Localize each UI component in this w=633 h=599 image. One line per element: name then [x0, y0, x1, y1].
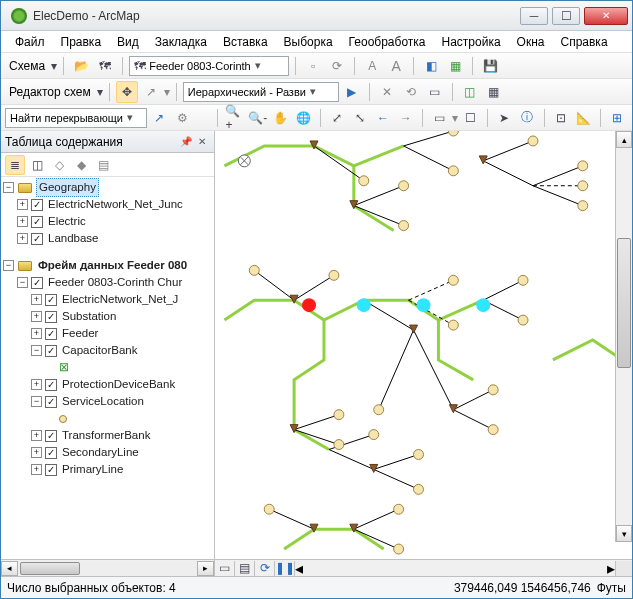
find-tool[interactable]: ↗ — [149, 107, 170, 129]
prev-extent[interactable]: ← — [373, 107, 394, 129]
tree-label[interactable]: Substation — [60, 308, 118, 325]
checkbox[interactable]: ✓ — [45, 294, 57, 306]
find-overlapping-selector[interactable]: Найти перекрывающи ▾ — [5, 108, 147, 128]
map-scrollbar-h[interactable]: ▭ ▤ ⟳ ❚❚ ◂ ▸ — [215, 559, 632, 576]
text-small-button[interactable]: A — [361, 55, 383, 77]
maximize-button[interactable]: ☐ — [552, 7, 580, 25]
scroll-left-icon[interactable]: ◂ — [1, 561, 18, 576]
expand-icon[interactable]: + — [31, 447, 42, 458]
goto-xy-button[interactable]: ⊞ — [607, 107, 628, 129]
tree-label[interactable]: Feeder — [60, 325, 100, 342]
pointer-tool[interactable]: ➤ — [494, 107, 515, 129]
menu-windows[interactable]: Окна — [509, 33, 553, 51]
tree-label[interactable]: Feeder 0803-Corinth Chur — [46, 274, 184, 291]
more-button[interactable]: ▦ — [483, 81, 505, 103]
pause-button[interactable]: ❚❚ — [275, 561, 295, 576]
menu-view[interactable]: Вид — [109, 33, 147, 51]
scroll-up-icon[interactable]: ▴ — [616, 131, 632, 148]
menu-insert[interactable]: Вставка — [215, 33, 276, 51]
menu-customize[interactable]: Настройка — [434, 33, 509, 51]
options-button[interactable]: ▤ — [93, 155, 113, 175]
tree-label[interactable]: Geography — [36, 178, 99, 197]
tree-layer-row[interactable]: +✓TransformerBank — [3, 427, 214, 444]
tree-dataframe-row[interactable]: − Geography — [3, 179, 214, 196]
menu-help[interactable]: Справка — [552, 33, 615, 51]
identify-button[interactable]: ⓘ — [517, 107, 538, 129]
checkbox[interactable]: ✓ — [45, 379, 57, 391]
tree-label[interactable]: TransformerBank — [60, 427, 152, 444]
layer-props-button[interactable]: ◧ — [420, 55, 442, 77]
zoom-in-button[interactable]: 🔍+ — [224, 107, 245, 129]
tree-label[interactable]: ServiceLocation — [60, 393, 146, 410]
close-icon[interactable]: ✕ — [194, 134, 210, 150]
collapse-icon[interactable]: − — [3, 260, 14, 271]
chevron-down-icon[interactable]: ▾ — [51, 59, 57, 73]
select-features[interactable]: ▭ — [429, 107, 450, 129]
expand-icon[interactable]: + — [17, 216, 28, 227]
menu-edit[interactable]: Правка — [53, 33, 110, 51]
expand-icon[interactable]: + — [31, 379, 42, 390]
expand-icon[interactable]: + — [17, 199, 28, 210]
fixed-zoom-out[interactable]: ⤡ — [350, 107, 371, 129]
move-tool[interactable]: ✥ — [116, 81, 138, 103]
full-extent-button[interactable]: 🌐 — [293, 107, 314, 129]
checkbox[interactable]: ✓ — [45, 447, 57, 459]
layer-save-button[interactable]: ▦ — [444, 55, 466, 77]
tree-label[interactable]: ProtectionDeviceBank — [60, 376, 177, 393]
zoom-out-button[interactable]: 🔍- — [247, 107, 268, 129]
map-canvas[interactable]: ▴ ▾ — [215, 131, 632, 559]
pan-button[interactable]: ✋ — [270, 107, 291, 129]
close-button[interactable]: ✕ — [584, 7, 628, 25]
edit-vertices-tool[interactable]: ↗ — [140, 81, 162, 103]
layout-algorithm-selector[interactable]: Иерархический - Разви ▾ — [183, 82, 339, 102]
find-button[interactable]: ⊡ — [550, 107, 571, 129]
checkbox[interactable]: ✓ — [31, 277, 43, 289]
expand-icon[interactable]: + — [31, 311, 42, 322]
align-button[interactable]: ✕ — [376, 81, 398, 103]
tree-layer-row[interactable]: + ✓ ElectricNetwork_Net_Junc — [3, 196, 214, 213]
schematic-selector[interactable]: 🗺 Feeder 0803-Corinth ▾ — [129, 56, 289, 76]
checkbox[interactable]: ✓ — [45, 430, 57, 442]
scroll-right-icon[interactable]: ▸ — [607, 559, 615, 578]
expand-icon[interactable]: + — [31, 328, 42, 339]
tree-label[interactable]: Фрейм данных Feeder 080 — [36, 257, 189, 274]
chevron-down-icon[interactable]: ▾ — [97, 85, 103, 99]
toc-tree[interactable]: − Geography + ✓ ElectricNetwork_Net_Junc… — [1, 177, 214, 559]
checkbox[interactable]: ✓ — [45, 328, 57, 340]
save-edits-button[interactable]: 💾 — [479, 55, 501, 77]
checkbox[interactable]: ✓ — [31, 199, 43, 211]
collapse-icon[interactable]: − — [17, 277, 28, 288]
collapse-icon[interactable]: − — [31, 396, 42, 407]
select-tool[interactable]: ▭ — [424, 81, 446, 103]
list-by-source[interactable]: ◫ — [27, 155, 47, 175]
tree-layer-row[interactable]: +✓SecondaryLine — [3, 444, 214, 461]
pin-icon[interactable]: 📌 — [178, 134, 194, 150]
checkbox[interactable]: ✓ — [31, 233, 43, 245]
menu-geoproc[interactable]: Геообработка — [341, 33, 434, 51]
fixed-zoom-in[interactable]: ⤢ — [327, 107, 348, 129]
tree-label[interactable]: CapacitorBank — [60, 342, 139, 359]
find-settings[interactable]: ⚙ — [172, 107, 193, 129]
tree-group-row[interactable]: − ✓ Feeder 0803-Corinth Chur — [3, 274, 214, 291]
checkbox[interactable]: ✓ — [31, 216, 43, 228]
scroll-down-icon[interactable]: ▾ — [616, 525, 632, 542]
tree-label[interactable]: PrimaryLine — [60, 461, 125, 478]
tree-layer-row[interactable]: +✓ProtectionDeviceBank — [3, 376, 214, 393]
menu-file[interactable]: Файл — [7, 33, 53, 51]
open-schematic-button[interactable]: 📂 — [70, 55, 92, 77]
refresh-button[interactable]: ⟳ — [255, 561, 275, 576]
checkbox[interactable]: ✓ — [45, 464, 57, 476]
tree-layer-row[interactable]: + ✓ Landbase — [3, 230, 214, 247]
tree-dataframe-row[interactable]: − Фрейм данных Feeder 080 — [3, 257, 214, 274]
clear-button[interactable]: ◫ — [459, 81, 481, 103]
expand-icon[interactable]: + — [31, 294, 42, 305]
tree-layer-row[interactable]: +✓PrimaryLine — [3, 461, 214, 478]
list-by-visibility[interactable]: ◇ — [49, 155, 69, 175]
update-button[interactable]: ⟳ — [326, 55, 348, 77]
tree-layer-row[interactable]: +✓Substation — [3, 308, 214, 325]
expand-icon[interactable]: + — [17, 233, 28, 244]
collapse-icon[interactable]: − — [3, 182, 14, 193]
apply-layout-button[interactable]: ▶ — [341, 81, 363, 103]
tree-label[interactable]: Landbase — [46, 230, 101, 247]
toc-scrollbar-h[interactable]: ◂ ▸ — [1, 559, 214, 576]
